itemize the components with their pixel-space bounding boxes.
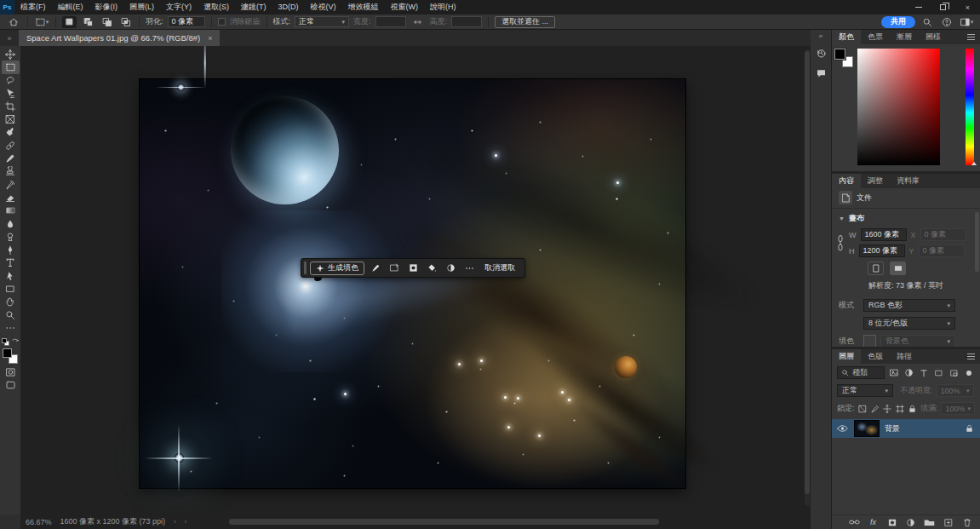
adjust-image-icon[interactable]	[387, 262, 402, 275]
eyedropper-tool-icon[interactable]	[2, 126, 20, 139]
menu-image[interactable]: 影像(I)	[89, 0, 124, 14]
saturation-brightness-field[interactable]	[857, 49, 940, 165]
layer-lock-icon[interactable]	[966, 424, 977, 433]
menu-filter[interactable]: 濾鏡(T)	[235, 0, 272, 14]
swap-colors-icon[interactable]	[11, 337, 19, 347]
menu-window[interactable]: 視窗(W)	[385, 0, 425, 14]
object-selection-tool-icon[interactable]	[2, 87, 20, 100]
history-brush-tool-icon[interactable]	[2, 178, 20, 191]
hand-tool-icon[interactable]	[2, 296, 20, 308]
share-button[interactable]: 共用	[881, 16, 915, 28]
menu-3d[interactable]: 3D(D)	[272, 0, 305, 14]
help-icon[interactable]	[939, 15, 954, 28]
history-icon[interactable]	[816, 48, 827, 60]
menu-edit[interactable]: 編輯(E)	[52, 0, 89, 14]
shape-tool-icon[interactable]	[2, 282, 20, 295]
color-panel-fg-bg-swatches[interactable]	[834, 49, 853, 67]
menu-plugins[interactable]: 增效模組	[342, 0, 385, 14]
path-selection-tool-icon[interactable]	[2, 269, 20, 282]
lock-all-icon[interactable]	[908, 402, 917, 415]
horizontal-scrollbar[interactable]	[229, 519, 659, 525]
tab-properties[interactable]: 內容	[832, 174, 861, 188]
workspace-switcher-icon[interactable]: ▾	[959, 15, 974, 28]
new-group-icon[interactable]	[923, 517, 936, 528]
color-mode-select[interactable]: RGB 色彩▾	[863, 299, 955, 312]
link-layers-icon[interactable]	[848, 517, 861, 528]
layer-row-background[interactable]: 背景	[832, 419, 980, 438]
layer-name[interactable]: 背景	[885, 423, 900, 434]
tab-channels[interactable]: 色版	[861, 349, 890, 364]
foreground-background-colors[interactable]	[3, 348, 18, 364]
link-dimensions-icon[interactable]	[410, 15, 426, 28]
filter-image-layers-icon[interactable]	[888, 366, 900, 379]
filter-adjustment-layers-icon[interactable]	[903, 366, 915, 379]
menu-select[interactable]: 選取(S)	[198, 0, 235, 14]
filter-smart-objects-icon[interactable]	[948, 366, 960, 379]
color-panel-menu-icon[interactable]	[967, 30, 980, 44]
pen-tool-icon[interactable]	[2, 243, 20, 256]
canvas-area[interactable]: 生成填色 取消選取	[20, 46, 811, 515]
foreground-color-swatch[interactable]	[834, 49, 845, 60]
comments-icon[interactable]	[816, 68, 827, 80]
crop-tool-icon[interactable]	[2, 100, 20, 112]
document-tab[interactable]: Space Art Wallpapers 01.jpg @ 66.7% (RGB…	[19, 30, 220, 46]
menu-type[interactable]: 文字(Y)	[160, 0, 198, 14]
width-value-input[interactable]: 1600 像素	[861, 228, 907, 241]
height-value-input[interactable]: 1200 像素	[859, 244, 905, 257]
tab-layers[interactable]: 圖層	[832, 349, 861, 364]
lock-position-icon[interactable]	[883, 402, 892, 415]
tab-libraries[interactable]: 資料庫	[890, 174, 926, 188]
gradient-tool-icon[interactable]	[2, 204, 20, 217]
taskbar-grip-handle[interactable]	[304, 262, 307, 274]
invert-adjustment-icon[interactable]	[443, 262, 458, 275]
vertical-scrollbar[interactable]	[805, 49, 810, 506]
brush-selection-icon[interactable]	[368, 262, 383, 275]
layers-panel-menu-icon[interactable]	[967, 349, 980, 364]
filter-type-layers-icon[interactable]	[918, 366, 930, 379]
tab-paths[interactable]: 路徑	[890, 349, 919, 364]
close-icon[interactable]: ×	[955, 0, 980, 14]
rectangular-marquee-tool-icon[interactable]	[2, 60, 20, 73]
add-layer-mask-icon[interactable]	[885, 517, 898, 528]
generative-fill-button[interactable]: 生成填色	[310, 262, 364, 275]
eraser-tool-icon[interactable]	[2, 191, 20, 204]
hscroll-left-icon[interactable]: ‹	[185, 518, 187, 526]
spot-healing-brush-tool-icon[interactable]	[2, 139, 20, 152]
tab-swatches[interactable]: 色票	[861, 30, 890, 44]
minimize-icon[interactable]	[906, 0, 931, 14]
feather-input[interactable]: 0 像素	[168, 16, 205, 27]
width-input[interactable]	[375, 16, 406, 27]
tab-gradients[interactable]: 漸層	[890, 30, 919, 44]
default-colors-icon[interactable]	[2, 338, 9, 346]
zoom-level[interactable]: 66.67%	[26, 518, 52, 526]
menu-help[interactable]: 說明(H)	[424, 0, 462, 14]
blur-tool-icon[interactable]	[2, 217, 20, 230]
hue-slider-marker[interactable]	[971, 162, 977, 165]
create-mask-icon[interactable]	[405, 262, 421, 275]
status-expand-icon[interactable]: ›	[174, 518, 176, 526]
type-tool-icon[interactable]	[2, 256, 20, 269]
height-input[interactable]	[451, 16, 482, 27]
edit-toolbar-icon[interactable]	[2, 321, 20, 334]
add-to-selection-button[interactable]	[81, 16, 95, 28]
home-icon[interactable]	[6, 15, 21, 28]
properties-scrollbar[interactable]	[975, 212, 979, 272]
search-icon[interactable]	[920, 15, 935, 28]
move-tool-icon[interactable]	[2, 48, 20, 60]
tab-overflow-icon[interactable]: »	[0, 30, 19, 46]
tab-close-icon[interactable]: ×	[208, 34, 212, 43]
landscape-orientation-button[interactable]	[890, 262, 906, 275]
menu-view[interactable]: 檢視(V)	[305, 0, 342, 14]
new-adjustment-layer-icon[interactable]	[904, 517, 917, 528]
new-selection-button[interactable]	[62, 16, 77, 28]
intersect-selection-button[interactable]	[118, 16, 133, 28]
lock-artboard-icon[interactable]	[896, 402, 905, 415]
contextual-task-bar[interactable]: 生成填色 取消選取	[301, 258, 525, 278]
layer-effects-icon[interactable]: fx	[867, 517, 880, 528]
screen-mode-icon[interactable]	[2, 379, 20, 392]
frame-tool-icon[interactable]	[2, 112, 20, 125]
zoom-tool-icon[interactable]	[2, 308, 20, 321]
clone-stamp-tool-icon[interactable]	[2, 165, 20, 178]
canvas-fill-swatch[interactable]	[863, 335, 876, 347]
foreground-color-swatch[interactable]	[3, 348, 12, 358]
